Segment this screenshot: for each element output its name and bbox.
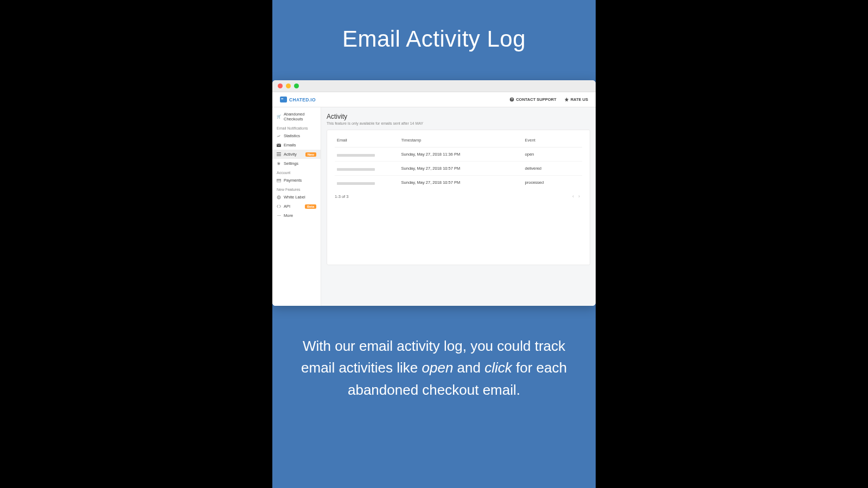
svg-text:?: ?	[511, 98, 513, 101]
sidebar-item-payments[interactable]: Payments	[272, 176, 321, 185]
table-row[interactable]: Sunday, May 27, 2018 10:57 PM processed	[335, 176, 582, 190]
hero-subtitle: With our email activity log, you could t…	[272, 335, 596, 401]
sidebar-item-label: Settings	[284, 161, 316, 166]
sidebar-item-label: Activity	[284, 152, 303, 157]
sidebar-item-label: Abandoned Checkouts	[284, 112, 316, 121]
sidebar-item-white-label[interactable]: White Label	[272, 192, 321, 202]
svg-rect-4	[277, 154, 281, 155]
cell-timestamp: Sunday, May 27, 2018 11:36 PM	[399, 147, 523, 162]
sidebar-item-label: Payments	[284, 178, 316, 183]
page-note: This feature is only available for email…	[327, 121, 590, 125]
col-header-email: Email	[335, 134, 399, 147]
activity-card: Email Timestamp Event Sunday, May 27, 20…	[327, 130, 590, 265]
beta-badge: Beta	[305, 204, 316, 209]
chart-line-icon	[277, 134, 281, 138]
svg-rect-3	[277, 152, 281, 153]
cart-icon: 🛒	[277, 114, 281, 119]
cell-event: processed	[523, 176, 582, 190]
window-titlebar	[272, 80, 596, 92]
sidebar-section-account: Account	[272, 168, 321, 176]
new-badge: New	[305, 152, 316, 157]
sidebar-item-label: API	[284, 204, 302, 209]
hero-title: Email Activity Log	[342, 26, 526, 52]
page-title: Activity	[327, 113, 590, 120]
app-body: 🛒 Abandoned Checkouts Email Notification…	[272, 107, 596, 306]
sidebar-item-more[interactable]: ⋯ More	[272, 211, 321, 220]
table-row[interactable]: Sunday, May 27, 2018 11:36 PM open	[335, 147, 582, 162]
sidebar-item-statistics[interactable]: Statistics	[272, 131, 321, 140]
code-icon	[277, 204, 281, 208]
rate-us-link[interactable]: RATE US	[564, 97, 588, 102]
close-icon[interactable]	[278, 84, 283, 88]
sidebar-item-label: White Label	[284, 195, 316, 200]
cell-event: open	[523, 147, 582, 162]
sidebar-item-label: More	[284, 213, 316, 218]
pager-range: 1-3 of 3	[335, 194, 348, 199]
ellipsis-icon: ⋯	[277, 214, 281, 218]
sidebar: 🛒 Abandoned Checkouts Email Notification…	[272, 107, 321, 306]
sidebar-section-features: New Features	[272, 185, 321, 192]
contact-support-label: CONTACT SUPPORT	[516, 97, 556, 102]
sidebar-item-api[interactable]: API Beta	[272, 202, 321, 211]
brand-logo[interactable]: ••• CHATED.IO	[280, 97, 316, 102]
brand-name: CHATED.IO	[289, 97, 316, 102]
sidebar-item-label: Statistics	[284, 133, 316, 138]
col-header-timestamp: Timestamp	[399, 134, 523, 147]
question-circle-icon: ?	[509, 97, 514, 102]
activity-table: Email Timestamp Event Sunday, May 27, 20…	[335, 134, 582, 189]
redacted-email	[337, 182, 375, 185]
redacted-email	[337, 168, 375, 171]
chat-bubble-icon: •••	[280, 97, 287, 102]
redacted-email	[337, 154, 375, 157]
main-content: Activity This feature is only available …	[321, 107, 596, 306]
minimize-icon[interactable]	[286, 84, 291, 88]
app-window: ••• CHATED.IO ? CONTACT SUPPORT RATE US	[272, 80, 596, 306]
promo-panel: Email Activity Log ••• CHATED.IO ? CONTA…	[272, 0, 596, 488]
sidebar-item-abandoned-checkouts[interactable]: 🛒 Abandoned Checkouts	[272, 110, 321, 124]
star-icon	[564, 97, 569, 102]
maximize-icon[interactable]	[294, 84, 299, 88]
svg-rect-7	[277, 179, 281, 182]
table-row[interactable]: Sunday, May 27, 2018 10:57 PM delivered	[335, 162, 582, 176]
pager-next[interactable]: ›	[576, 194, 582, 199]
cell-timestamp: Sunday, May 27, 2018 10:57 PM	[399, 176, 523, 190]
pager-prev[interactable]: ‹	[570, 194, 576, 199]
col-header-event: Event	[523, 134, 582, 147]
app-header: ••• CHATED.IO ? CONTACT SUPPORT RATE US	[272, 92, 596, 107]
envelope-icon	[277, 144, 281, 147]
rate-us-label: RATE US	[571, 97, 588, 102]
svg-rect-8	[277, 179, 281, 180]
globe-icon	[277, 195, 281, 200]
svg-rect-5	[277, 156, 281, 156]
credit-card-icon	[277, 179, 281, 182]
sidebar-item-emails[interactable]: Emails	[272, 140, 321, 150]
sidebar-section-email: Email Notifications	[272, 124, 321, 131]
sidebar-item-label: Emails	[284, 143, 316, 147]
gear-icon	[277, 162, 281, 166]
list-icon	[277, 152, 281, 156]
sidebar-item-activity[interactable]: Activity New	[272, 150, 321, 159]
cell-event: delivered	[523, 162, 582, 176]
pager: 1-3 of 3 ‹ ›	[335, 189, 582, 199]
contact-support-link[interactable]: ? CONTACT SUPPORT	[509, 97, 556, 102]
sidebar-item-settings[interactable]: Settings	[272, 159, 321, 168]
cell-timestamp: Sunday, May 27, 2018 10:57 PM	[399, 162, 523, 176]
